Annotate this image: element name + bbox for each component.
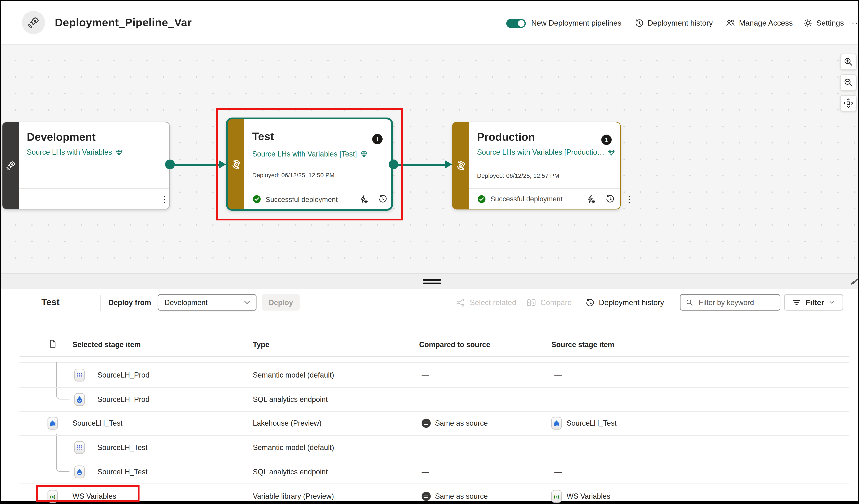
compared-to-source-value: Same as source [435, 419, 488, 427]
history-icon [606, 194, 615, 203]
stage-card-development[interactable]: Development Source LHs with Variables ⋮ [2, 122, 170, 210]
lakehouse-icon [551, 417, 562, 430]
rocket-icon [5, 160, 16, 171]
stage-content-panel: Test Deploy from Development Deploy Sele… [1, 289, 858, 501]
success-check-icon [477, 194, 486, 203]
panel-splitter[interactable] [1, 273, 858, 289]
item-type: SQL analytics endpoint [253, 468, 328, 476]
fit-to-screen-button[interactable] [840, 95, 857, 111]
zoom-out-button[interactable] [840, 74, 857, 91]
compared-to-source-value: — [422, 443, 429, 452]
more-options-button[interactable]: ··· [852, 18, 859, 27]
table-header-divider [19, 356, 849, 357]
source-stage-item-value: — [554, 395, 562, 404]
select-related-button[interactable]: Select related [456, 289, 516, 316]
toggle-knob [518, 20, 525, 27]
red-highlight-test-stage [216, 108, 403, 220]
stage-card-production[interactable]: Production 1 Source LHs with Variables [… [452, 122, 621, 210]
column-header-type[interactable]: Type [253, 340, 269, 349]
item-name: SourceLH_Prod [97, 395, 149, 404]
splitter-grip [423, 282, 441, 285]
table-row[interactable]: SourceLH_Prod SQL analytics endpoint — — [1, 387, 858, 412]
search-input[interactable] [697, 297, 775, 307]
item-type: Lakehouse (Preview) [253, 419, 321, 427]
column-header-compared-to-source[interactable]: Compared to source [419, 340, 490, 349]
red-highlight-ws-variables [36, 485, 139, 502]
column-header-selected-stage-item[interactable]: Selected stage item [73, 340, 141, 349]
variable-library-icon [551, 490, 562, 503]
filter-keyword-searchbox[interactable] [680, 294, 780, 310]
table-row[interactable]: SourceLH_Test SQL analytics endpoint — — [1, 460, 858, 484]
new-deployment-pipelines-toggle[interactable] [506, 19, 526, 28]
share-icon [456, 298, 465, 307]
settings-button[interactable]: Settings [803, 1, 844, 45]
manage-access-button[interactable]: Manage Access [726, 1, 793, 45]
stage-more-button[interactable]: ⋮ [625, 194, 634, 204]
sync-icon [455, 159, 467, 172]
pipeline-canvas[interactable]: Development Source LHs with Variables ⋮ … [1, 45, 858, 273]
stage-more-button[interactable]: ⋮ [160, 194, 169, 204]
table-row[interactable]: SourceLH_Prod Semantic model (default) —… [1, 363, 858, 387]
compare-icon [526, 298, 536, 307]
item-type: SQL analytics endpoint [253, 395, 328, 404]
item-type: Semantic model (default) [253, 371, 334, 379]
history-icon [635, 19, 644, 28]
item-name: SourceLH_Test [73, 419, 122, 427]
zoom-in-button[interactable] [840, 54, 857, 70]
history-icon [586, 298, 594, 307]
source-stage-item-value: — [554, 443, 562, 452]
stage-strip [453, 122, 469, 209]
chevron-down-icon [243, 299, 251, 306]
sql-endpoint-icon [74, 465, 85, 478]
source-stage-item-value: WS Variables [567, 492, 610, 501]
filter-lines-icon [792, 298, 801, 307]
item-name: SourceLH_Test [97, 468, 148, 476]
compare-button[interactable]: Compare [526, 289, 572, 316]
item-type-column-icon [48, 339, 57, 348]
source-stage-item-value: SourceLH_Test [567, 419, 617, 427]
zoom-out-icon [843, 77, 854, 88]
column-header-source-stage-item[interactable]: Source stage item [551, 340, 614, 349]
connector-arrowhead [445, 160, 452, 169]
stage-name: Production [477, 131, 535, 144]
stage-card-footer: Successful deployment ⋮ [469, 188, 620, 209]
app-header: Deployment_Pipeline_Var New Deployment p… [1, 1, 858, 45]
workspace-link[interactable]: Source LHs with Variables [27, 148, 123, 156]
source-stage-item-value: — [554, 468, 562, 476]
lakehouse-icon [47, 417, 58, 430]
item-name: SourceLH_Prod [97, 371, 149, 379]
deploy-settings-button[interactable] [586, 194, 596, 204]
source-stage-item-value: — [554, 371, 562, 379]
deployment-pipeline-window: Deployment_Pipeline_Var New Deployment p… [0, 0, 859, 504]
document-icon [48, 339, 57, 348]
item-name: SourceLH_Test [97, 443, 148, 452]
diamond-icon [607, 148, 616, 156]
rocket-icon [27, 16, 40, 29]
pan-icon [843, 98, 854, 108]
table-row[interactable]: SourceLH_Test Lakehouse (Preview) Same a… [1, 411, 858, 436]
deployment-status: Successful deployment [477, 194, 562, 203]
deploy-from-dropdown[interactable]: Development [158, 294, 256, 310]
filter-button[interactable]: Filter [784, 294, 843, 310]
deploy-button[interactable]: Deploy [262, 294, 300, 310]
search-icon [685, 298, 694, 307]
semantic-model-icon [74, 369, 85, 382]
table-row[interactable]: SourceLH_Test Semantic model (default) —… [1, 436, 858, 460]
selected-stage-title: Test [42, 296, 60, 307]
semantic-model-icon [74, 441, 85, 454]
deploy-from-label: Deploy from [108, 299, 151, 307]
gear-icon [803, 18, 813, 28]
panel-deployment-history-button[interactable]: Deployment history [586, 289, 664, 316]
stage-history-button[interactable] [606, 194, 615, 203]
workspace-link[interactable]: Source LHs with Variables [Productio… [477, 148, 616, 156]
deployment-history-button[interactable]: Deployment history [635, 1, 713, 45]
same-as-source-icon [422, 419, 431, 428]
deploy-from-value: Development [165, 298, 243, 307]
chevron-down-icon [828, 299, 835, 306]
toolbar-divider [100, 295, 101, 311]
compared-to-source-value: — [422, 371, 429, 379]
pipeline-avatar [22, 11, 45, 34]
compared-to-source-value: — [422, 468, 429, 476]
page-title: Deployment_Pipeline_Var [55, 16, 192, 29]
deployed-timestamp: Deployed: 06/12/25, 12:57 PM [477, 172, 559, 179]
